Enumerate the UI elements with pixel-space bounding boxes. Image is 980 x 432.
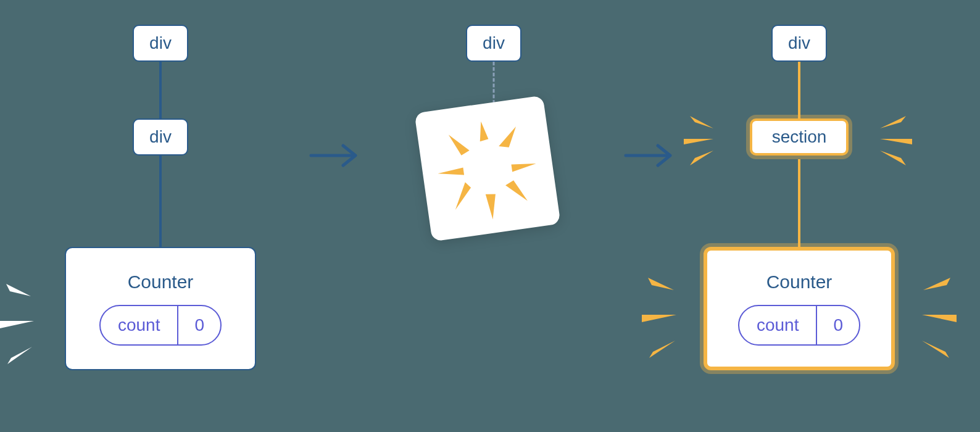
svg-marker-23 [922, 315, 957, 322]
tree-after: div section Counter c [691, 0, 913, 432]
state-value: 0 [817, 306, 859, 344]
node-label: div [788, 33, 810, 53]
node-div-root: div [133, 25, 188, 62]
svg-marker-1 [0, 321, 34, 328]
node-div-root: div [466, 25, 521, 62]
state-value: 0 [178, 306, 220, 344]
counter-title: Counter [128, 272, 194, 293]
node-label: section [772, 127, 827, 147]
rays-orange-icon [895, 259, 957, 370]
svg-marker-20 [642, 315, 676, 322]
rays-white-icon [0, 265, 62, 376]
svg-marker-21 [649, 341, 675, 358]
svg-marker-10 [438, 167, 464, 178]
connector [159, 156, 162, 247]
svg-marker-9 [452, 181, 474, 210]
connector-highlighted [798, 159, 800, 247]
node-label: div [149, 33, 172, 53]
svg-marker-8 [486, 193, 499, 220]
burst-icon [421, 102, 554, 235]
counter-title: Counter [766, 272, 833, 293]
svg-marker-14 [684, 139, 713, 144]
svg-marker-5 [496, 127, 518, 149]
node-div-root: div [771, 25, 827, 62]
svg-marker-13 [690, 116, 713, 128]
svg-marker-4 [477, 121, 488, 142]
svg-marker-0 [6, 284, 31, 296]
svg-marker-22 [923, 278, 950, 290]
svg-marker-19 [648, 278, 674, 290]
rays-orange-icon [642, 259, 704, 370]
tree-before: div div Counter count 0 [49, 0, 272, 432]
svg-marker-17 [880, 139, 912, 144]
poof-effect [414, 95, 560, 241]
svg-marker-24 [922, 341, 949, 358]
svg-marker-6 [511, 161, 536, 172]
arrow-right-icon [623, 142, 679, 172]
state-label: count [739, 306, 818, 344]
connector-highlighted [798, 62, 800, 118]
node-label: div [483, 33, 505, 53]
connector [159, 62, 162, 118]
svg-marker-11 [449, 132, 470, 157]
node-div-child: div [133, 118, 188, 156]
svg-marker-15 [690, 151, 713, 165]
state-label: count [101, 306, 179, 344]
state-badge: count 0 [99, 305, 222, 346]
counter-component-highlighted: Counter count 0 [704, 247, 895, 370]
tree-transition: div [389, 0, 599, 432]
svg-marker-2 [7, 347, 32, 364]
svg-marker-7 [505, 179, 528, 204]
svg-marker-16 [880, 116, 906, 128]
node-section-highlighted: section [750, 118, 849, 156]
svg-marker-18 [880, 151, 906, 165]
node-label: div [149, 127, 172, 147]
counter-component: Counter count 0 [65, 247, 256, 370]
state-badge: count 0 [738, 305, 860, 346]
connector-dashed [493, 62, 495, 104]
arrow-right-icon [309, 142, 364, 172]
